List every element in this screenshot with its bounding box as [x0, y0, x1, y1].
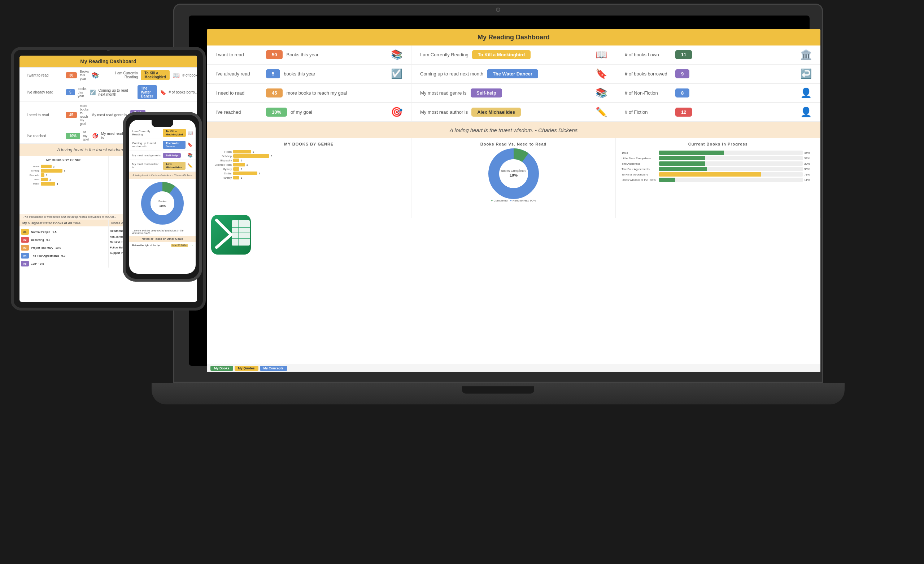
fiction-count: 12: [675, 108, 692, 117]
book-title: 1984 · 9.5: [31, 262, 44, 265]
target-icon-tablet: 🎯: [92, 133, 98, 138]
goal-suffix: of my goal: [291, 110, 312, 115]
tab-my-quotes[interactable]: My Quotes: [235, 366, 258, 371]
svg-text:Books Completed: Books Completed: [501, 169, 526, 173]
svg-text:10%: 10%: [159, 204, 166, 208]
bookmark-icon-tablet: 🔖: [160, 90, 166, 95]
laptop-base: [152, 383, 844, 405]
check-icon: ☑️: [391, 68, 402, 80]
phone-genre: Self-help: [163, 153, 181, 158]
author-value: Alex Michaelides: [471, 108, 521, 117]
phone-dashboard: I am Currently Reading To Kill a Mocking…: [129, 120, 196, 274]
phone-note-row: Return the light of fire by Mar 26 2024 …: [129, 242, 196, 249]
book-title: Normal People · 9.5: [31, 230, 57, 234]
phone-row-current: I am Currently Reading To Kill a Mocking…: [129, 127, 196, 139]
check-icon-tablet: ☑️: [90, 90, 96, 95]
books-icon-tablet: 📚: [92, 72, 99, 79]
phone: I am Currently Reading To Kill a Mocking…: [123, 112, 202, 282]
phone-coming-up-book: The Water Dancer: [163, 141, 186, 149]
progress-bars: 1984 45% Little Fires Everywhere 32%: [620, 148, 816, 185]
laptop-screen-bezel: My Reading Dashboard I want to read 50 B…: [189, 15, 810, 366]
phone-task: Return the light of fire by: [132, 244, 170, 247]
books-own-count: 11: [675, 50, 692, 59]
phone-author: Alex Michaelides: [163, 162, 186, 170]
fiction-icon: 👤: [800, 107, 812, 118]
svg-text:Books: Books: [159, 200, 166, 203]
phone-currently-reading-book: To Kill a Mockingbird: [163, 129, 186, 137]
phone-pencil-icon: ✏️: [188, 163, 193, 168]
laptop-body: My Reading Dashboard I want to read 50 B…: [173, 4, 823, 383]
table-row: #3 Project Hail Mary · 10.0: [20, 244, 108, 252]
phone-genre-icon: 📚: [188, 153, 193, 158]
phone-circle-icon: ○: [190, 244, 193, 247]
table-row: #1 Normal People · 9.5: [20, 228, 108, 236]
phone-genre-label: My most read genre is: [132, 154, 161, 157]
currently-reading-label: I am Currently Reading: [420, 52, 468, 57]
books-borrowed-count: 9: [675, 69, 689, 78]
bookmark-icon: 🔖: [596, 68, 607, 80]
phone-book-icon: 📖: [188, 130, 193, 135]
tab-my-concepts[interactable]: My Concepts: [260, 366, 287, 371]
author-label: My most read author is: [420, 110, 468, 115]
want-to-read-suffix: Books this year: [286, 52, 318, 57]
pencil-icon: ✏️: [596, 107, 607, 118]
table-row: #4 The Four Agreements · 9.8: [20, 252, 108, 260]
want-to-read-label: I want to read: [216, 52, 262, 57]
phone-coming-up-label: Coming up to read next month: [132, 141, 161, 148]
donut-visual: Books Completed 10%: [415, 148, 612, 199]
need-to-read-count: 45: [266, 89, 283, 98]
book-title: The Four Agreements · 9.8: [31, 254, 65, 257]
laptop-dashboard: My Reading Dashboard I want to read 50 B…: [207, 29, 820, 372]
books-icon: 📚: [391, 49, 402, 60]
laptop-charts: MY BOOKS BY GENRE Fiction3 Self-help6 Bi…: [207, 138, 820, 218]
phone-donut: Books 10%: [129, 179, 196, 228]
tab-my-books[interactable]: My Books: [210, 366, 233, 371]
laptop-base-notch: [462, 387, 534, 394]
book-icon-tablet: 📖: [172, 72, 180, 79]
library-icon: 🏛️: [800, 49, 812, 60]
tablet-top-books: My 5 Highest Rated Books of All Time #1 …: [20, 220, 109, 268]
svg-point-12: [150, 191, 174, 215]
person-icon: 👤: [800, 87, 812, 99]
return-icon: ↩️: [800, 68, 812, 80]
need-to-read-suffix: more books to reach my goal: [286, 90, 347, 96]
current-books-chart: Current Books in Progress 1984 45% Littl…: [616, 138, 820, 218]
phone-row-author: My most read author is Alex Michaelides …: [129, 160, 196, 172]
coming-up-label: Coming up to read next month: [420, 71, 483, 77]
genre-icon: 📚: [596, 87, 607, 99]
phone-notch: [152, 120, 173, 127]
genre-label: My most read genre is: [420, 90, 467, 96]
goal-label: I've reached: [216, 110, 262, 115]
phone-currently-reading-label: I am Currently Reading: [132, 129, 161, 136]
want-to-read-count: 50: [266, 50, 283, 59]
laptop-quote: A loving heart is the truest wisdom. - C…: [207, 122, 820, 138]
target-icon: 🎯: [391, 107, 402, 118]
phone-body: I am Currently Reading To Kill a Mocking…: [123, 112, 202, 282]
need-to-read-label: I need to read: [216, 90, 262, 96]
books-own-label: # of books I own: [625, 52, 672, 57]
laptop-screen: My Reading Dashboard I want to read 50 B…: [207, 29, 820, 372]
book-title: Becoming · 9.7: [31, 238, 50, 242]
book-open-icon: 📖: [596, 49, 607, 60]
nonfiction-count: 8: [675, 89, 689, 98]
laptop-dashboard-title: My Reading Dashboard: [207, 29, 820, 45]
laptop-camera: [496, 8, 500, 12]
genre-value: Self-help: [471, 89, 502, 98]
phone-quote: A loving heart is the truest wisdom. - C…: [129, 172, 196, 179]
nonfiction-label: # of Non-Fiction: [625, 90, 672, 96]
book-title: Project Hail Mary · 10.0: [31, 246, 61, 250]
tablet-row-read: I've already read 5 books this year ☑️ C…: [20, 83, 197, 102]
fiction-label: # of Fiction: [625, 110, 672, 115]
phone-row-coming-up: Coming up to read next month The Water D…: [129, 139, 196, 151]
donut-chart: Books Read Vs. Need to Read Books Comple…: [411, 138, 616, 218]
coming-up-book: The Water Dancer: [487, 69, 538, 78]
tablet-camera: [107, 48, 110, 51]
phone-row-genre: My most read genre is Self-help 📚: [129, 151, 196, 160]
phone-author-label: My most read author is: [132, 162, 161, 169]
phone-bookmark-icon: 🔖: [188, 142, 193, 147]
excel-icon-container: [209, 213, 253, 256]
books-borrowed-label: # of books borrowed: [625, 71, 672, 77]
donut-chart-title: Books Read Vs. Need to Read: [415, 142, 612, 146]
currently-reading-book: To Kill a Mockingbird: [472, 50, 531, 59]
already-read-count: 5: [266, 69, 280, 78]
